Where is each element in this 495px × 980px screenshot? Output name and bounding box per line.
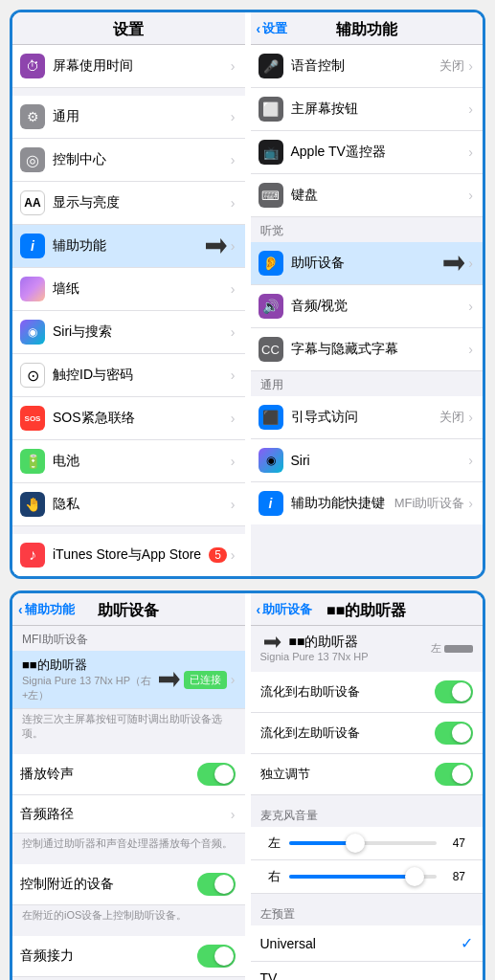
settings-item-general[interactable]: ⚙ 通用 › bbox=[12, 96, 245, 139]
settings-title: 设置 bbox=[113, 21, 144, 37]
voice-label: 语音控制 bbox=[291, 57, 440, 75]
device-back-button[interactable]: ‹ 助听设备 bbox=[257, 601, 313, 618]
accessibility-item-siri2[interactable]: ◉ Siri › bbox=[251, 439, 484, 482]
settings-item-wallpaper[interactable]: 墙纸 › bbox=[12, 268, 245, 311]
audio-acc-toggle[interactable] bbox=[197, 945, 236, 968]
shortcut-label: 辅助功能快捷键 bbox=[291, 495, 394, 512]
device-detail-list: ■■的助听器 Signia Pure 13 7Nx HP 左 流化到右助听设备 bbox=[251, 626, 484, 980]
privacy-label: 隐私 bbox=[53, 496, 231, 513]
battery-label: 电池 bbox=[53, 453, 231, 470]
display-label: 显示与亮度 bbox=[53, 194, 231, 212]
right-slider-label: 右 bbox=[268, 868, 283, 885]
settings-panel: 设置 ⏱ 屏幕使用时间 › ⚙ 通用 › ◎ 控制 bbox=[12, 12, 245, 576]
accessibility-item-guided[interactable]: ⬛ 引导式访问 关闭 › bbox=[251, 396, 484, 439]
top-panel-row: 设置 ⏱ 屏幕使用时间 › ⚙ 通用 › ◎ 控制 bbox=[10, 10, 485, 579]
hearing-icon: 👂 bbox=[259, 251, 283, 276]
right-slider-fill bbox=[289, 875, 415, 879]
display-icon: AA bbox=[20, 190, 45, 215]
wallpaper-icon bbox=[20, 277, 45, 301]
audiovisual-label: 音频/视觉 bbox=[291, 298, 469, 315]
settings-item-siri[interactable]: ◉ Siri与搜索 › bbox=[12, 311, 245, 354]
settings-item-control[interactable]: ◎ 控制中心 › bbox=[12, 139, 245, 182]
accessibility-item-voice[interactable]: 🎤 语音控制 关闭 › bbox=[251, 45, 484, 88]
settings-item-privacy[interactable]: 🤚 隐私 › bbox=[12, 483, 245, 526]
accessibility-title: 辅助功能 bbox=[336, 21, 397, 37]
left-slider-thumb[interactable] bbox=[346, 834, 365, 853]
stream-left-toggle[interactable] bbox=[435, 722, 473, 745]
accessibility-item-shortcut[interactable]: i 辅助功能快捷键 MFi助听设备 › bbox=[251, 482, 484, 524]
preset-universal[interactable]: Universal ✓ bbox=[251, 925, 484, 962]
device-detail-name: ■■的助听器 bbox=[289, 634, 359, 651]
sos-icon: SOS bbox=[20, 406, 45, 431]
right-slider-container: 右 87 bbox=[251, 860, 484, 894]
accessibility-back-button[interactable]: ‹ 设置 bbox=[257, 20, 288, 37]
itunes-badge: 5 bbox=[209, 547, 227, 563]
hearing-devices-panel: ‹ 辅助功能 助听设备 MFI助听设备 ■■的助听器 Signia Pure 1… bbox=[12, 593, 245, 980]
stream-left-item[interactable]: 流化到左助听设备 bbox=[251, 713, 484, 754]
device-arrow bbox=[159, 672, 180, 687]
settings-nav-bar: 设置 bbox=[12, 12, 245, 45]
ringtone-item[interactable]: 播放铃声 bbox=[12, 754, 245, 795]
device-back-chevron: ‹ bbox=[257, 602, 261, 617]
settings-item-screentime[interactable]: ⏱ 屏幕使用时间 › bbox=[12, 45, 245, 88]
shortcut-value: MFi助听设备 bbox=[394, 495, 465, 512]
stream-right-item[interactable]: 流化到右助听设备 bbox=[251, 672, 484, 713]
screentime-icon: ⏱ bbox=[20, 54, 45, 78]
accessibility-back-label: 设置 bbox=[262, 20, 287, 37]
right-slider-track[interactable] bbox=[289, 875, 438, 879]
home-label: 主屏幕按钮 bbox=[291, 100, 469, 118]
settings-item-sos[interactable]: SOS SOS紧急联络 › bbox=[12, 397, 245, 440]
right-slider-thumb[interactable] bbox=[405, 867, 424, 886]
accessibility-item-hearing[interactable]: 👂 助听设备 › bbox=[251, 242, 484, 285]
device-header: ■■的助听器 Signia Pure 13 7Nx HP 左 bbox=[251, 626, 484, 664]
accessibility-item-captions[interactable]: CC 字幕与隐藏式字幕 › bbox=[251, 328, 484, 371]
device-detail-arrow bbox=[264, 636, 281, 648]
hearing-label: 助听设备 bbox=[291, 255, 440, 272]
accessibility-item-home[interactable]: ⬜ 主屏幕按钮 › bbox=[251, 88, 484, 131]
stream-right-toggle[interactable] bbox=[435, 680, 473, 703]
accessibility-item-keyboard[interactable]: ⌨ 键盘 › bbox=[251, 174, 484, 217]
audio-routing-label: 音频路径 bbox=[20, 806, 231, 823]
device-name: ■■的助听器 bbox=[22, 657, 155, 674]
appletv-label: Apple TV遥控器 bbox=[291, 144, 469, 161]
guided-label: 引导式访问 bbox=[291, 409, 440, 426]
settings-item-accessibility[interactable]: i 辅助功能 › bbox=[12, 225, 245, 268]
preset-section-label: 左预置 bbox=[251, 902, 484, 925]
left-slider-track[interactable] bbox=[289, 841, 438, 845]
hearing-back-button[interactable]: ‹ 辅助功能 bbox=[18, 601, 75, 618]
device-lr-indicator: 左 bbox=[431, 641, 473, 656]
settings-item-itunes[interactable]: ♪ iTunes Store与App Store 5 › bbox=[12, 534, 245, 576]
wallpaper-label: 墙纸 bbox=[53, 280, 231, 298]
mic-section-label: 麦克风音量 bbox=[251, 803, 484, 827]
device-detail-panel: ‹ 助听设备 ■■的助听器 ■■的助听器 Signia Pure 13 7Nx … bbox=[251, 593, 484, 980]
mfi-desc: 连按三次主屏幕按钮可随时调出助听设备选项。 bbox=[12, 709, 245, 746]
settings-item-touchid[interactable]: ⊙ 触控ID与密码 › bbox=[12, 354, 245, 397]
preset-universal-label: Universal bbox=[260, 936, 316, 951]
audio-routing-item[interactable]: 音频路径 › bbox=[12, 795, 245, 834]
bottom-panel-row: ‹ 辅助功能 助听设备 MFI助听设备 ■■的助听器 Signia Pure 1… bbox=[10, 590, 485, 980]
independent-toggle[interactable] bbox=[435, 763, 473, 786]
guided-icon: ⬛ bbox=[259, 405, 283, 430]
general-label: 通用 bbox=[53, 108, 231, 125]
hearing-arrow bbox=[443, 256, 464, 271]
shortcut-icon: i bbox=[259, 491, 283, 516]
nearby-toggle[interactable] bbox=[197, 873, 236, 896]
accessibility-icon: i bbox=[20, 234, 45, 258]
preset-tv[interactable]: TV bbox=[251, 962, 484, 980]
settings-item-display[interactable]: AA 显示与亮度 › bbox=[12, 182, 245, 225]
stream-left-label: 流化到左助听设备 bbox=[260, 724, 436, 742]
preset-tv-label: TV bbox=[260, 970, 278, 980]
hearing-device-item[interactable]: ■■的助听器 Signia Pure 13 7Nx HP（右+左） 已连接 › bbox=[12, 651, 245, 709]
accessibility-item-appletv[interactable]: 📺 Apple TV遥控器 › bbox=[251, 131, 484, 174]
independent-item[interactable]: 独立调节 bbox=[251, 754, 484, 795]
ringtone-toggle[interactable] bbox=[197, 763, 236, 786]
device-detail-model: Signia Pure 13 7Nx HP bbox=[260, 651, 431, 662]
siri2-icon: ◉ bbox=[259, 448, 283, 473]
left-slider-label: 左 bbox=[268, 835, 283, 852]
screentime-label: 屏幕使用时间 bbox=[53, 57, 231, 75]
accessibility-item-audiovisual[interactable]: 🔊 音频/视觉 › bbox=[251, 285, 484, 328]
audio-acc-item[interactable]: 音频接力 bbox=[12, 936, 245, 977]
settings-item-battery[interactable]: 🔋 电池 › bbox=[12, 440, 245, 483]
control-icon: ◎ bbox=[20, 147, 45, 172]
nearby-devices-item[interactable]: 控制附近的设备 bbox=[12, 864, 245, 905]
